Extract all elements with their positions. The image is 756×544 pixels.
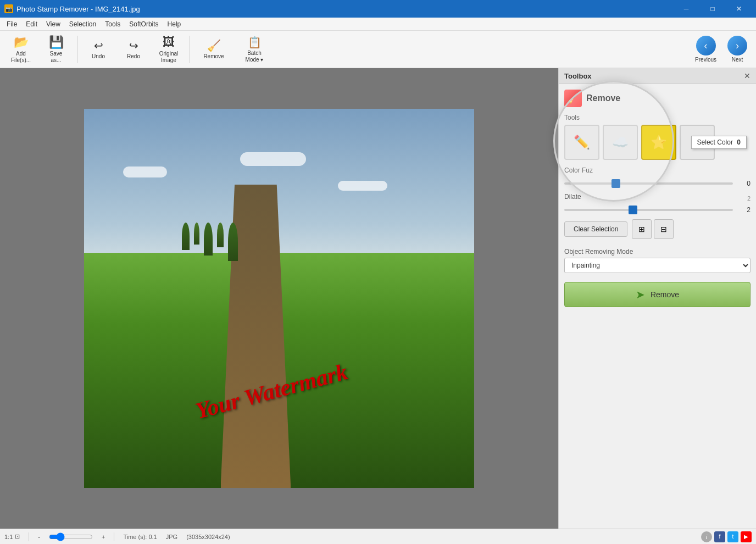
cloud-2 [240, 152, 306, 166]
add-files-icon: 📂 [14, 35, 29, 49]
window-title: Photo Stamp Remover - IMG_2141.jpg [16, 5, 140, 13]
dilate-track[interactable] [564, 209, 733, 211]
remove-action-button[interactable]: ➤ Remove [564, 282, 751, 307]
color-fuz-section: Color Fuz 0 [564, 166, 751, 187]
zoom-level: 1:1 ⊡ [4, 533, 20, 540]
pencil-tool-button[interactable]: ✏️ [564, 125, 599, 160]
dilate-label: Dilate [564, 193, 581, 201]
redo-button[interactable]: ↪ Redo [117, 33, 150, 66]
menu-selection[interactable]: Selection [65, 19, 101, 30]
status-social: i f t ▶ [701, 531, 752, 542]
dilate-section: Dilate 2 2 [564, 193, 751, 214]
facebook-icon[interactable]: f [714, 531, 725, 542]
select-color-value: 0 [737, 138, 741, 146]
dilate-thumb[interactable] [629, 206, 637, 214]
photo-canvas: Your Watermark [84, 109, 474, 488]
zoom-minus-icon[interactable]: - [38, 534, 40, 540]
remove-section-icon: 🧹 [564, 90, 582, 107]
status-separator-2 [114, 532, 114, 541]
menu-help[interactable]: Help [163, 19, 186, 30]
image-area[interactable]: Your Watermark [0, 68, 558, 529]
redo-icon: ↪ [129, 39, 138, 52]
original-image-button[interactable]: 🖼 OriginalImage [152, 33, 185, 66]
tree-line [182, 223, 238, 261]
remove-button-toolbar[interactable]: 🧹 Remove [194, 33, 233, 66]
add-files-label: AddFile(s)... [11, 51, 31, 64]
save-as-button[interactable]: 💾 Saveas... [40, 33, 73, 66]
close-button[interactable]: ✕ [726, 0, 752, 18]
twitter-icon[interactable]: t [727, 531, 738, 542]
youtube-icon[interactable]: ▶ [741, 531, 752, 542]
clear-selection-row: Clear Selection ⊞ ⊟ [564, 219, 751, 239]
remove-label: Remove [203, 53, 224, 59]
zoom-plus-icon[interactable]: + [102, 534, 105, 540]
window-controls: ─ □ ✕ [674, 0, 752, 18]
select-color-tooltip: Select Color 0 [691, 136, 747, 149]
main-content: Your Watermark Toolbox ✕ 🧹 Remove Tools … [0, 68, 756, 529]
sky [84, 109, 474, 253]
toolbar-separator-2 [190, 36, 190, 63]
expand-selection-button[interactable]: ⊞ [632, 219, 652, 239]
zoom-slider[interactable] [49, 532, 93, 541]
dilate-value: 2 [737, 206, 751, 214]
batch-mode-button[interactable]: 📋 BatchMode ▾ [235, 33, 274, 66]
toolbox-body: 🧹 Remove Tools ✏️ ☁️ ⭐ Select Color 0 🖂 [559, 84, 756, 529]
object-removing-mode-label: Object Removing Mode [564, 248, 751, 256]
magic-wand-cloud-button[interactable]: ☁️ [603, 125, 638, 160]
previous-icon: ‹ [696, 36, 716, 55]
add-files-button[interactable]: 📂 AddFile(s)... [4, 33, 37, 66]
previous-button[interactable]: ‹ Previous [691, 34, 721, 65]
time-label: Time (s): 0.1 [123, 534, 157, 540]
save-icon: 💾 [49, 35, 64, 49]
undo-icon: ↩ [94, 39, 103, 52]
remove-icon: 🧹 [207, 39, 221, 52]
color-fuz-value: 0 [737, 180, 751, 187]
tools-section-label: Tools [564, 114, 751, 121]
menu-view[interactable]: View [42, 19, 65, 30]
menu-bar: File Edit View Selection Tools SoftOrbit… [0, 18, 756, 31]
next-button[interactable]: › Next [723, 34, 752, 65]
toolbox-header: Toolbox ✕ [559, 68, 756, 84]
info-button[interactable]: i [701, 531, 712, 542]
remove-btn-label: Remove [651, 290, 679, 299]
maximize-button[interactable]: □ [700, 0, 725, 18]
object-removing-section: Object Removing Mode InpaintingContent-A… [564, 248, 751, 282]
cloud-1 [123, 166, 167, 177]
tools-row: ✏️ ☁️ ⭐ Select Color 0 🖂 [564, 125, 751, 160]
status-separator-1 [29, 532, 29, 541]
previous-label: Previous [695, 57, 716, 63]
remove-section-header: 🧹 Remove [564, 90, 751, 107]
selection-icons-row: ⊞ ⊟ [632, 219, 674, 239]
toolbox-close-button[interactable]: ✕ [744, 71, 751, 80]
menu-edit[interactable]: Edit [21, 19, 42, 30]
redo-label: Redo [127, 53, 140, 59]
format-label: JPG [166, 534, 177, 540]
tree-2 [194, 223, 199, 245]
color-fuz-thumb[interactable] [612, 179, 620, 188]
color-fuz-slider-row: 0 [564, 180, 751, 187]
menu-tools[interactable]: Tools [101, 19, 125, 30]
toolbar: 📂 AddFile(s)... 💾 Saveas... ↩ Undo ↪ Red… [0, 31, 756, 68]
contract-selection-button[interactable]: ⊟ [654, 219, 674, 239]
next-icon: › [727, 36, 747, 55]
toolbox-title: Toolbox [564, 72, 592, 80]
zoom-value: 1:1 [4, 534, 13, 540]
toolbar-right: ‹ Previous › Next [691, 34, 752, 65]
clear-selection-button[interactable]: Clear Selection [564, 221, 627, 237]
toolbar-separator-1 [77, 36, 77, 63]
color-fuz-track[interactable] [564, 182, 733, 185]
color-fuz-header: Color Fuz [564, 166, 751, 177]
tree-4 [217, 223, 224, 247]
star-wand-button[interactable]: ⭐ Select Color 0 [641, 125, 676, 160]
next-label: Next [732, 57, 743, 63]
inpainting-select[interactable]: InpaintingContent-Aware FillBlur [564, 258, 751, 273]
title-left: 📷 Photo Stamp Remover - IMG_2141.jpg [4, 4, 140, 13]
remove-section-title: Remove [586, 93, 620, 103]
undo-button[interactable]: ↩ Undo [82, 33, 115, 66]
minimize-button[interactable]: ─ [674, 0, 699, 18]
tree-3 [204, 223, 213, 256]
batch-mode-label: BatchMode ▾ [246, 50, 264, 63]
batch-mode-icon: 📋 [248, 36, 262, 49]
menu-file[interactable]: File [2, 19, 21, 30]
menu-softorbits[interactable]: SoftOrbits [125, 19, 163, 30]
